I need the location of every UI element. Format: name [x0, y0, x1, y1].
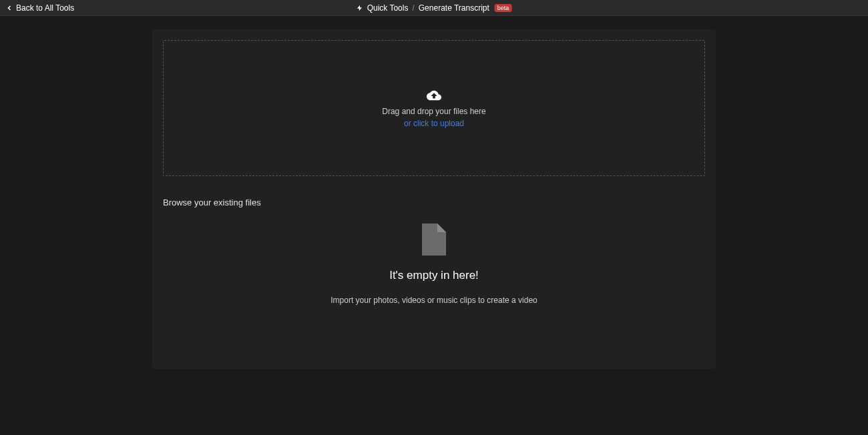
back-to-tools-button[interactable]: Back to All Tools [5, 3, 74, 13]
browse-heading: Browse your existing files [163, 197, 705, 207]
content-panel: Drag and drop your files here or click t… [152, 29, 716, 369]
breadcrumb-root[interactable]: Quick Tools [367, 3, 409, 13]
dropzone-main-text: Drag and drop your files here [382, 107, 485, 116]
empty-state-subtitle: Import your photos, videos or music clip… [331, 296, 537, 305]
file-dropzone[interactable]: Drag and drop your files here or click t… [163, 40, 705, 176]
beta-badge: beta [495, 4, 512, 12]
file-icon [422, 224, 446, 256]
content-wrapper: Drag and drop your files here or click t… [0, 16, 868, 369]
back-label: Back to All Tools [16, 3, 74, 13]
breadcrumb-separator: / [412, 3, 414, 13]
cloud-upload-icon [425, 88, 443, 103]
lightning-icon [357, 5, 363, 11]
chevron-left-icon [5, 4, 13, 12]
empty-state: It's empty in here! Import your photos, … [163, 224, 705, 358]
breadcrumb: Quick Tools / Generate Transcript beta [357, 3, 512, 13]
breadcrumb-current: Generate Transcript [419, 3, 489, 13]
dropzone-upload-link[interactable]: or click to upload [404, 119, 464, 128]
header-bar: Back to All Tools Quick Tools / Generate… [0, 0, 868, 16]
empty-state-title: It's empty in here! [389, 269, 479, 282]
